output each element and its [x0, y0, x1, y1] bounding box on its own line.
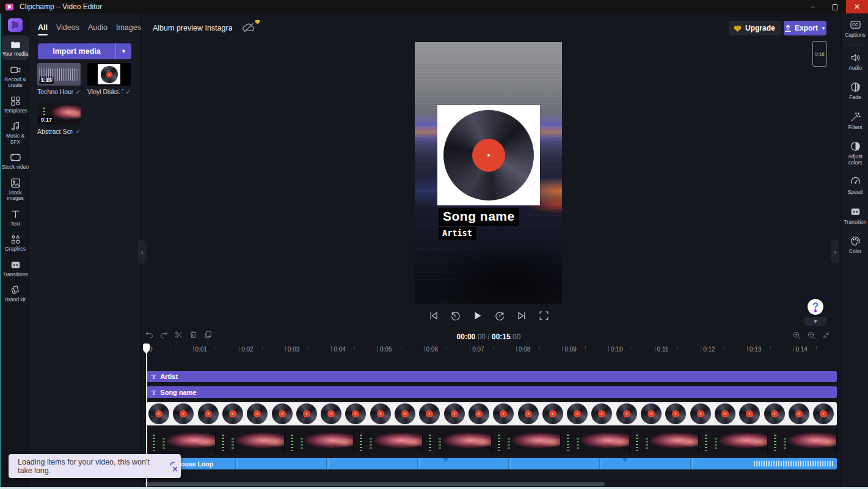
close-button[interactable]: ✕ [846, 0, 868, 13]
palette-icon [850, 235, 861, 247]
shapes-icon [10, 233, 21, 245]
sidebar-item-templates[interactable]: Templates [2, 92, 29, 117]
preview-song-name-text[interactable]: Song name [439, 208, 519, 226]
tool-label: Fade [849, 95, 861, 101]
offline-status [242, 22, 258, 34]
tool-speed[interactable]: Speed [842, 171, 868, 200]
tab-all[interactable]: All [38, 23, 48, 35]
ruler-tick-label: 0:10 [611, 346, 622, 353]
maximize-button[interactable]: ▢ [824, 0, 846, 13]
tab-videos[interactable]: Videos [56, 23, 79, 35]
svg-text:5: 5 [454, 314, 456, 317]
minimize-button[interactable]: – [802, 0, 824, 13]
vinyl-frame-thumbnail [690, 403, 711, 424]
help-collapse-chevron[interactable]: ▼ [804, 317, 827, 326]
media-item-techno-house[interactable]: 1:15 Techno House... ✓ [37, 63, 81, 95]
tool-label: Speed [848, 189, 863, 196]
ruler-minor-tick [632, 346, 632, 349]
zoom-fit-icon[interactable] [822, 331, 831, 340]
duplicate-icon[interactable] [203, 330, 213, 339]
tab-audio[interactable]: Audio [88, 23, 108, 35]
tab-images[interactable]: Images [116, 23, 141, 35]
zoom-out-icon[interactable] [807, 331, 816, 340]
cancel-loading-button[interactable] [167, 460, 181, 473]
zoom-in-icon[interactable] [792, 331, 801, 340]
tool-transition[interactable]: Transition [842, 200, 868, 230]
sidebar-item-stock-video[interactable]: Stock video [2, 149, 29, 173]
sidebar-item-label: Record & create [2, 77, 29, 89]
play-icon[interactable] [472, 310, 483, 322]
media-item-abstract-screen[interactable]: 0:17 Abstract Scre... ✓ [37, 103, 81, 135]
tool-fade[interactable]: Fade [842, 76, 868, 106]
sidebar-item-text[interactable]: Text [2, 205, 29, 230]
adjust-colors-icon [850, 141, 861, 152]
tool-filters[interactable]: Filters [842, 106, 868, 136]
skip-to-start-icon[interactable] [428, 310, 439, 322]
vinyl-frame-thumbnail [222, 403, 243, 424]
ruler-tick: 0:13 [747, 346, 748, 351]
redo-icon[interactable] [159, 330, 169, 339]
video-preview[interactable]: Song name Artist [415, 42, 562, 304]
vinyl-frame-thumbnail [370, 403, 391, 424]
cut-scissors-icon[interactable] [174, 330, 183, 339]
sidebar-item-brand-kit[interactable]: Brand kit [2, 281, 29, 306]
tools-panel-collapse-handle[interactable]: ‹ [831, 240, 839, 263]
vinyl-frame-thumbnail [173, 403, 194, 424]
abstract-frame-thumbnail [630, 429, 699, 454]
vinyl-frame-thumbnail [591, 403, 612, 424]
track-audio-clip[interactable]: Techno House Loop [147, 458, 837, 469]
upgrade-button[interactable]: Upgrade [729, 21, 781, 35]
preview-artist-text[interactable]: Artist [439, 227, 476, 240]
media-item-name: Techno House... [37, 88, 73, 95]
vinyl-frame-thumbnail [641, 403, 662, 424]
album-art[interactable] [437, 105, 540, 205]
track-artist-text[interactable]: T Artist [147, 371, 837, 382]
help-button[interactable]: ? [808, 299, 823, 315]
export-button[interactable]: Export ▼ [784, 21, 826, 35]
titlebar: Clipchamp – Video Editor – ▢ ✕ [0, 0, 868, 13]
track-song-name-text[interactable]: T Song name [147, 386, 837, 398]
abstract-frame-thumbnail [423, 429, 492, 454]
sidebar-item-label: Text [10, 221, 20, 227]
ruler-tick: 0:09 [562, 346, 563, 351]
svg-text:CC: CC [852, 23, 858, 27]
fullscreen-icon[interactable] [538, 310, 550, 322]
tool-label: Color [849, 249, 861, 255]
timeline-ruler[interactable]: 00:010:020:030:040:050:060:070:080:090:1… [147, 345, 839, 358]
chevron-down-icon: ▼ [121, 48, 126, 54]
sidebar-item-music-sfx[interactable]: Music & SFX [2, 117, 29, 147]
tool-audio[interactable]: Audio [842, 46, 868, 76]
tool-color[interactable]: Color [842, 230, 868, 260]
abstract-frame-thumbnail [561, 429, 630, 454]
tool-adjust-colors[interactable]: Adjust colors [842, 135, 868, 171]
timeline-horizontal-scrollbar[interactable] [145, 482, 605, 486]
sidebar-item-record-create[interactable]: Record & create [2, 61, 29, 91]
timeline-zoom-controls [792, 331, 831, 340]
vinyl-frame-thumbnail [665, 403, 686, 424]
templates-icon [10, 95, 21, 107]
sidebar-item-label: Transitions [2, 272, 27, 278]
sidebar-item-your-media[interactable]: Your media [2, 35, 29, 60]
undo-icon[interactable] [145, 330, 154, 339]
sidebar-item-stock-images[interactable]: Stock images [2, 174, 29, 204]
ruler-tick-label: 0:08 [519, 346, 530, 353]
vinyl-frame-thumbnail [198, 403, 219, 424]
forward-5s-icon[interactable]: 5 [494, 310, 506, 322]
track-abstract-clip[interactable] [147, 429, 837, 454]
ruler-tick: 0:01 [193, 346, 194, 351]
ruler-tick-label: 0:01 [195, 346, 207, 353]
tool-captions[interactable]: CC Captions [842, 13, 868, 43]
project-title-input[interactable]: Album preview Instagram s [153, 24, 232, 32]
vinyl-frame-thumbnail [542, 403, 563, 424]
track-vinyl-clip[interactable] [147, 402, 837, 425]
aspect-ratio-badge[interactable]: 9:16 [812, 41, 827, 67]
delete-trash-icon[interactable] [189, 330, 198, 339]
media-item-vinyl-disks[interactable]: Vinyl Disks. V... ✓ [87, 63, 131, 95]
import-media-button[interactable]: Import media ▼ [38, 43, 131, 59]
skip-to-end-icon[interactable] [516, 310, 528, 322]
rewind-5s-icon[interactable]: 5 [450, 310, 461, 322]
import-media-dropdown[interactable]: ▼ [115, 43, 131, 59]
sidebar-item-transitions[interactable]: Transitions [2, 256, 29, 281]
media-panel-collapse-handle[interactable]: ‹ [138, 240, 147, 263]
sidebar-item-graphics[interactable]: Graphics [2, 230, 29, 255]
